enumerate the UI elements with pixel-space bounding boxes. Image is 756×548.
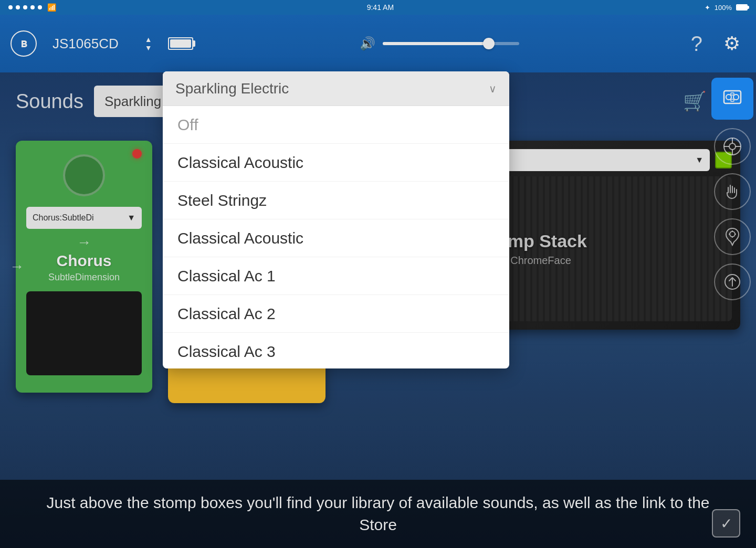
chorus-knob-area [24, 149, 144, 202]
svg-point-1 [726, 94, 731, 100]
amp-subtitle: ChromeFace [510, 255, 571, 267]
amp-fx-icon [721, 86, 744, 112]
toolbar: ʙ JS1065CD ▲ ▼ 🔊 ? ⚙ [0, 15, 756, 72]
dot-4 [30, 5, 35, 9]
volume-slider[interactable] [383, 42, 519, 45]
svg-rect-4 [731, 99, 734, 101]
dropdown-item-steel-stringz[interactable]: Steel Stringz [163, 182, 509, 219]
dropdown-menu[interactable]: Sparkling Electric ∨ OffClassical Acoust… [163, 71, 509, 368]
status-right: ✦ 100% [705, 4, 748, 12]
sounds-label: Sounds [16, 90, 83, 113]
bottom-tooltip: Just above the stomp boxes you'll find y… [0, 480, 756, 548]
svg-point-2 [733, 94, 739, 100]
svg-rect-3 [731, 93, 734, 95]
amp-selector-arrow: ▼ [695, 155, 704, 165]
hand-button[interactable] [714, 173, 751, 210]
dropdown-header[interactable]: Sparkling Electric ∨ [163, 71, 509, 106]
check-icon: ✓ [720, 515, 732, 532]
tooltip-check-button[interactable]: ✓ [712, 509, 740, 538]
battery-icon-large [168, 37, 193, 50]
dropdown-item-classical-acoustic-2[interactable]: Classical Acoustic [163, 219, 509, 257]
settings-button[interactable]: ⚙ [718, 33, 746, 55]
dropdown-selected-value: Sparkling Electric [175, 80, 289, 97]
chorus-stomp: → Chorus:SubtleDi ▼ → Chorus SubtleDimen… [16, 141, 152, 393]
dot-2 [16, 5, 20, 9]
chorus-subtitle: SubtleDimension [48, 272, 120, 283]
dot-1 [8, 5, 13, 9]
chorus-forward-arrow: → [9, 258, 24, 275]
cart-icon[interactable]: 🛒 [683, 90, 707, 112]
down-arrow-icon: ▼ [145, 44, 152, 52]
joystick-button[interactable] [714, 128, 751, 165]
status-bar: 📶 9:41 AM ✦ 100% [0, 0, 756, 15]
pick-settings-button[interactable] [714, 218, 751, 255]
volume-slider-thumb[interactable] [483, 38, 495, 49]
dropdown-item-off[interactable]: Off [163, 106, 509, 144]
battery-fill-large [170, 39, 191, 48]
dropdown-chevron: ∨ [489, 82, 497, 95]
dropdown-item-classical-ac-2[interactable]: Classical Ac 2 [163, 295, 509, 333]
dropdown-item-classical-acoustic-1[interactable]: Classical Acoustic [163, 144, 509, 182]
bluetooth-icon: ʙ [20, 37, 27, 50]
chorus-screen [26, 291, 142, 375]
status-left: 📶 [8, 3, 56, 12]
chorus-left-arrow-icon: → [77, 234, 91, 251]
chorus-led [132, 149, 142, 159]
dot-3 [23, 5, 27, 9]
tooltip-text: Just above the stomp boxes you'll find y… [42, 492, 714, 536]
chorus-title: Chorus [57, 252, 112, 270]
svg-point-11 [730, 231, 735, 237]
up-arrow-icon: ▲ [145, 35, 152, 44]
device-name: JS1065CD [52, 36, 119, 52]
battery-area-toolbar [168, 37, 193, 50]
dropdown-item-classical-ac-1[interactable]: Classical Ac 1 [163, 257, 509, 295]
status-time: 9:41 AM [367, 3, 394, 12]
chorus-selector-value: Chorus:SubtleDi [33, 213, 94, 223]
volume-slider-fill [383, 42, 489, 45]
volume-icon: 🔊 [360, 36, 375, 51]
battery-fill [737, 5, 747, 9]
right-sidebar [709, 72, 756, 480]
bluetooth-status-icon: ✦ [705, 4, 710, 12]
amp-button[interactable] [711, 78, 753, 120]
svg-point-6 [729, 143, 736, 150]
volume-area: 🔊 [360, 36, 519, 51]
chorus-selector[interactable]: Chorus:SubtleDi ▼ [26, 207, 142, 229]
dot-5 [38, 5, 42, 9]
chorus-selector-arrow: ▼ [127, 213, 135, 223]
battery-pct: 100% [715, 4, 732, 12]
dropdown-list[interactable]: OffClassical AcousticSteel StringzClassi… [163, 106, 509, 368]
dropdown-item-classical-ac-3[interactable]: Classical Ac 3 [163, 333, 509, 368]
battery-icon [736, 4, 748, 10]
wifi-icon: 📶 [47, 3, 56, 12]
up-down-arrows[interactable]: ▲ ▼ [145, 35, 152, 52]
bluetooth-button[interactable]: ʙ [10, 30, 37, 57]
help-button[interactable]: ? [686, 32, 708, 56]
upload-button[interactable] [714, 264, 751, 300]
